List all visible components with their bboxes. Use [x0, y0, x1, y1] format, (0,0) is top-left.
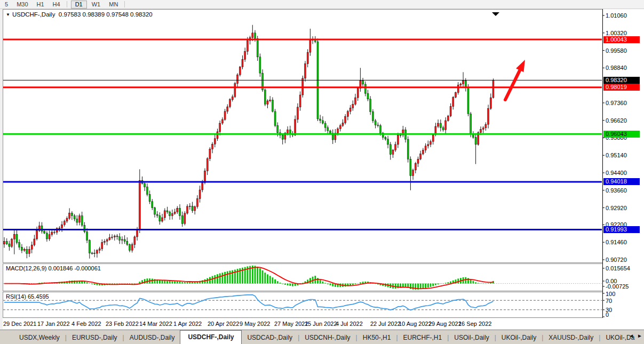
price-tick-label: 0.91460	[606, 239, 627, 245]
price-tick-label: 0.97360	[606, 100, 627, 106]
timeframe-button-h4[interactable]: H4	[49, 1, 64, 8]
price-tick-label: 1.00320	[606, 30, 627, 36]
date-tick-label: 27 May 2022	[274, 321, 308, 327]
date-tick-label: 20 Apr 2022	[208, 321, 239, 327]
rsi-panel[interactable]	[3, 292, 603, 318]
rsi-axis-label: 70	[606, 298, 612, 304]
macd-axis-label: 0.015654	[606, 265, 630, 271]
price-tick-label: 0.93660	[606, 187, 627, 194]
symbol-tab-bar: USDX,Weekly|EURUSD-,Daily|AUDUSD-,DailyU…	[0, 330, 644, 344]
toolbar-separator	[124, 1, 125, 7]
mt4-window: 5M30H1H4D1W1MN ▼USDCHF-,Daily 0.97583 0.…	[0, 0, 644, 344]
date-tick-label: 17 Jan 2022	[37, 321, 70, 327]
price-tick-label: 0.90720	[606, 257, 627, 263]
price-level-tag: 0.94018	[603, 178, 640, 185]
tab-scroll-buttons: ◄ ►	[629, 333, 642, 339]
toolbar-separator	[67, 1, 67, 7]
date-tick-label: 29 Aug 2022	[428, 321, 462, 327]
date-tick-label: 15 Jun 2022	[305, 321, 337, 327]
price-tick-label: 0.94400	[606, 170, 627, 176]
date-tick-label: 14 Mar 2022	[139, 321, 172, 327]
tab-ukoil-daily[interactable]: UKOil-,Daily	[496, 332, 542, 344]
price-tick-label: 0.92920	[606, 205, 627, 211]
price-tick-label: 0.95140	[606, 152, 627, 158]
axis-divider-line	[602, 9, 603, 318]
rsi-label: RSI(14) 65.4595	[6, 293, 49, 300]
tab-usoil-daily[interactable]: USOil-,Daily	[449, 332, 494, 344]
timeframe-button-h1[interactable]: H1	[33, 1, 48, 8]
tab-usdchf-daily[interactable]: USDCHF-,Daily	[180, 330, 242, 344]
date-tick-label: 9 May 2022	[240, 321, 270, 327]
main-chart-panel[interactable]	[3, 9, 603, 263]
price-tick-label: 0.98840	[606, 65, 627, 71]
date-tick-label: 1 Apr 2022	[173, 321, 202, 327]
rsi-axis-label: 0	[606, 311, 609, 318]
price-tick-label: 0.96620	[606, 117, 627, 124]
price-level-tag: 1.00043	[603, 36, 640, 43]
rsi-axis-label: 100	[606, 291, 615, 297]
tab-scroll-left-icon[interactable]: ◄	[629, 333, 634, 339]
date-tick-label: 4 Jul 2022	[336, 321, 363, 327]
date-tick-label: 29 Dec 2021	[3, 321, 36, 327]
chart-symbol-label: USDCHF-,Daily	[12, 11, 55, 18]
timeframe-button-w1[interactable]: W1	[88, 1, 105, 8]
date-tick-label: 23 Feb 2022	[106, 321, 139, 327]
tab-eurusd-daily[interactable]: EURUSD-,Daily	[67, 332, 123, 344]
tab-usdx-weekly[interactable]: USDX,Weekly	[14, 332, 65, 344]
price-level-tag: 0.96043	[603, 131, 640, 138]
rsi-value: 65.4595	[28, 293, 49, 300]
timeframe-button-mn[interactable]: MN	[105, 1, 122, 8]
price-level-tag: 0.98019	[603, 84, 640, 91]
tab-hk50-h1[interactable]: HK50-,H1	[357, 332, 396, 344]
timeframe-button-d1[interactable]: D1	[71, 1, 87, 9]
timeframe-button-5[interactable]: 5	[1, 1, 12, 8]
date-tick-label: 10 Aug 2022	[399, 321, 432, 327]
macd-label: MACD(12,26,9) 0.001846 -0.000061	[6, 265, 101, 271]
symbol-dropdown-icon[interactable]: ▼	[6, 12, 10, 17]
tab-xauusd-daily[interactable]: XAUUSD-,Daily	[543, 332, 599, 344]
macd-axis-label: -0.00725	[606, 283, 629, 290]
tab-usdcad-daily[interactable]: USDCAD-,Daily	[242, 332, 298, 344]
timeframe-button-m30[interactable]: M30	[13, 1, 31, 8]
date-tick-label: 16 Sep 2022	[458, 321, 491, 327]
price-tick-label: 0.99580	[606, 47, 627, 54]
tab-usdcnh-daily[interactable]: USDCNH-,Daily	[299, 332, 355, 344]
price-level-tag: 0.91993	[603, 226, 640, 233]
chart-info-line: ▼USDCHF-,Daily 0.97583 0.98389 0.97548 0…	[6, 11, 153, 18]
tab-audusd-daily[interactable]: AUDUSD-,Daily	[124, 332, 180, 344]
date-tick-label: 4 Feb 2022	[71, 321, 101, 327]
price-level-tag: 0.98320	[603, 77, 640, 84]
chart-ohlc-values: 0.97583 0.98389 0.97548 0.98320	[59, 11, 153, 18]
macd-values: 0.001846 -0.000061	[48, 265, 100, 271]
timeframe-toolbar: 5M30H1H4D1W1MN	[0, 0, 644, 9]
price-tick-label: 1.01060	[606, 12, 627, 19]
tab-eurchf-h1[interactable]: EURCHF-,H1	[398, 332, 448, 344]
tab-scroll-right-icon[interactable]: ►	[637, 333, 642, 339]
date-tick-label: 22 Jul 2022	[370, 321, 401, 327]
